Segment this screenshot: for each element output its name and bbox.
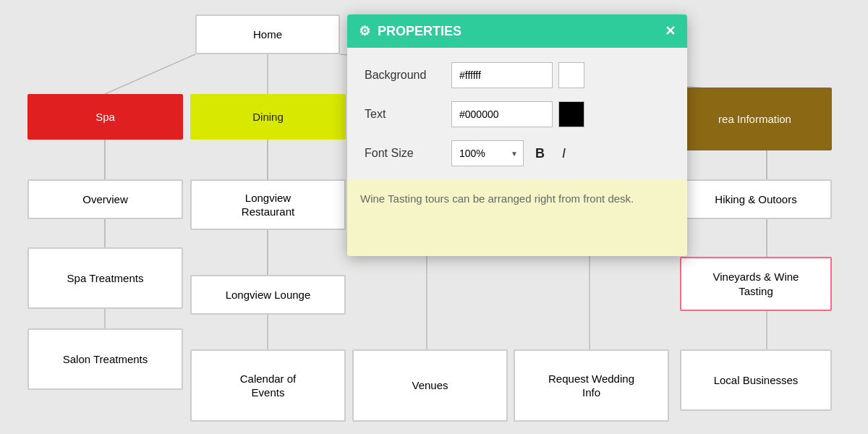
spa-label: Spa <box>95 110 115 124</box>
spa-treatments-label: Spa Treatments <box>67 271 144 286</box>
text-row: Text <box>365 101 670 127</box>
calendar-node[interactable]: Calendar of Events <box>190 349 346 422</box>
area-info-node[interactable]: rea Information <box>678 88 832 150</box>
background-color-swatch[interactable] <box>558 62 584 88</box>
dining-label: Dining <box>252 110 284 124</box>
panel-header-left: ⚙ PROPERTIES <box>359 23 461 39</box>
content-textarea[interactable] <box>360 191 674 242</box>
spa-treatments-node[interactable]: Spa Treatments <box>27 247 183 309</box>
gear-icon: ⚙ <box>359 23 370 39</box>
longview-lounge-label: Longview Lounge <box>226 288 311 302</box>
vineyards-label: Vineyards & Wine Tasting <box>713 270 799 298</box>
salon-treatments-label: Salon Treatments <box>63 352 148 367</box>
overview-node[interactable]: Overview <box>27 179 183 219</box>
longview-restaurant-node[interactable]: Longview Restaurant <box>190 179 346 230</box>
local-businesses-node[interactable]: Local Businesses <box>680 349 832 411</box>
font-size-select[interactable]: 50% 75% 100% 125% 150% <box>451 140 524 166</box>
longview-lounge-node[interactable]: Longview Lounge <box>190 275 346 315</box>
text-color-swatch[interactable] <box>558 101 584 127</box>
background-row: Background <box>365 62 670 88</box>
salon-treatments-node[interactable]: Salon Treatments <box>27 328 183 390</box>
home-label: Home <box>253 27 282 42</box>
panel-title: PROPERTIES <box>378 24 461 39</box>
panel-header: ⚙ PROPERTIES ✕ <box>347 14 687 48</box>
font-size-row: Font Size 50% 75% 100% 125% 150% B I <box>365 140 670 166</box>
svg-line-0 <box>105 54 195 94</box>
request-wedding-node[interactable]: Request Wedding Info <box>514 349 669 422</box>
italic-button[interactable]: I <box>556 143 571 164</box>
venues-label: Venues <box>412 378 448 393</box>
hiking-label: Hiking & Outoors <box>715 192 796 207</box>
background-label: Background <box>365 69 451 82</box>
hiking-node[interactable]: Hiking & Outoors <box>680 179 832 219</box>
text-control <box>451 101 584 127</box>
close-button[interactable]: ✕ <box>665 23 676 39</box>
home-node[interactable]: Home <box>195 14 340 54</box>
longview-restaurant-label: Longview Restaurant <box>242 191 294 219</box>
text-label: Text <box>365 108 451 121</box>
font-size-label: Font Size <box>365 147 451 160</box>
calendar-label: Calendar of Events <box>240 372 297 400</box>
panel-body: Background Text Font Size 50% 75% <box>347 48 687 166</box>
textarea-wrapper <box>347 179 687 256</box>
area-info-label: rea Information <box>718 112 791 127</box>
vineyards-node[interactable]: Vineyards & Wine Tasting <box>680 257 832 311</box>
font-size-wrapper: 50% 75% 100% 125% 150% <box>451 140 524 166</box>
overview-label: Overview <box>82 192 128 207</box>
spa-node[interactable]: Spa <box>27 94 183 140</box>
background-control <box>451 62 584 88</box>
bold-button[interactable]: B <box>529 143 550 164</box>
background-color-input[interactable] <box>451 62 553 88</box>
request-wedding-label: Request Wedding Info <box>548 372 634 400</box>
venues-node[interactable]: Venues <box>352 349 508 422</box>
properties-panel: ⚙ PROPERTIES ✕ Background Text Font Size <box>347 14 687 256</box>
text-color-input[interactable] <box>451 101 553 127</box>
dining-node[interactable]: Dining <box>190 94 346 140</box>
font-size-control: 50% 75% 100% 125% 150% B I <box>451 140 571 166</box>
local-businesses-label: Local Businesses <box>714 373 799 388</box>
